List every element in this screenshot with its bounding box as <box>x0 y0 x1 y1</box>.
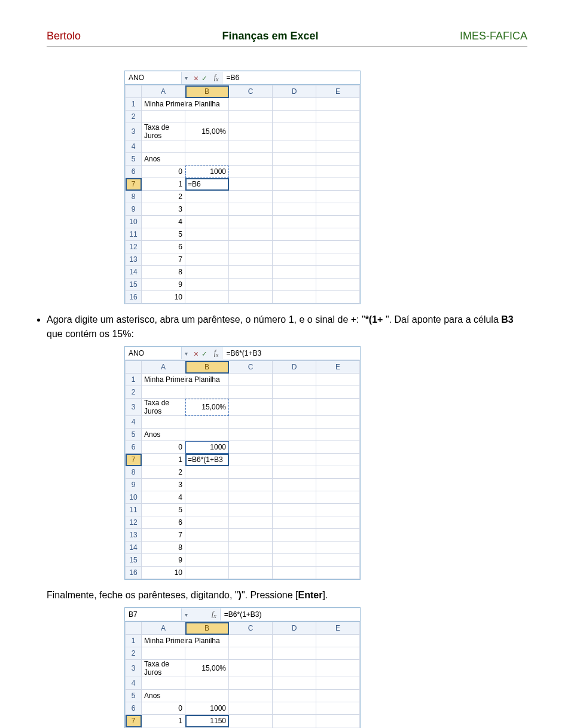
col-header-C[interactable]: C <box>229 85 273 98</box>
excel-screenshot-2: ANO ▾ ✕ ✓ fx =B6*(1+B3 ABCDE 1Minha Prim… <box>124 346 361 580</box>
row-header[interactable]: 15 <box>126 279 142 291</box>
cell[interactable]: 4 <box>142 216 185 228</box>
row-header[interactable]: 4 <box>126 140 142 153</box>
col-header-A[interactable]: A <box>142 85 185 98</box>
row-header[interactable]: 16 <box>126 291 142 304</box>
fx-icon[interactable]: fx <box>210 348 222 358</box>
excel-screenshot-1: ANO ▾ ✕ ✓ fx =B6 ABCDE 1Minha Primeira P… <box>124 71 361 304</box>
fx-icon[interactable]: fx <box>208 610 220 619</box>
row-header[interactable]: 8 <box>126 191 142 203</box>
cell[interactable]: 3 <box>142 203 185 216</box>
chevron-down-icon[interactable]: ▾ <box>182 75 190 81</box>
col-header-E[interactable]: E <box>316 85 360 98</box>
name-box[interactable]: B7 <box>125 608 182 620</box>
header-left: Bertolo <box>47 30 81 42</box>
cell-active[interactable]: =B6 <box>185 178 229 191</box>
enter-icon[interactable]: ✓ <box>202 349 207 358</box>
cell[interactable]: 1 <box>142 178 185 191</box>
row-header[interactable]: 9 <box>126 203 142 216</box>
cell[interactable]: 8 <box>142 266 185 279</box>
row-header[interactable]: 14 <box>126 266 142 279</box>
row-header[interactable]: 5 <box>126 153 142 166</box>
name-box[interactable]: ANO <box>125 347 182 359</box>
cancel-icon[interactable]: ✕ <box>194 349 199 358</box>
row-header[interactable]: 7 <box>126 178 142 191</box>
chevron-down-icon[interactable]: ▾ <box>182 350 190 357</box>
chevron-down-icon[interactable]: ▾ <box>182 611 190 618</box>
row-header[interactable]: 13 <box>126 253 142 266</box>
name-box[interactable]: ANO <box>125 72 182 84</box>
formula-bar-input[interactable]: =B6 <box>222 72 360 84</box>
cell[interactable]: 9 <box>142 279 185 291</box>
fx-icon[interactable]: fx <box>210 73 222 82</box>
header-center: Finanças em Excel <box>81 30 460 42</box>
cell[interactable]: Anos <box>142 153 185 166</box>
row-header[interactable]: 1 <box>126 98 142 111</box>
header-right: IMES-FAFICA <box>460 30 527 42</box>
cell-active[interactable]: =B6*(1+B3 <box>185 454 229 466</box>
cancel-icon[interactable]: ✕ <box>194 74 199 82</box>
enter-icon[interactable]: ✓ <box>202 74 207 82</box>
cell[interactable]: Taxa de Juros <box>142 123 185 140</box>
bullet-step: Agora digite um asterisco, abra um parên… <box>47 313 527 341</box>
cell[interactable]: 5 <box>142 228 185 241</box>
cell[interactable]: 10 <box>142 291 185 304</box>
cell[interactable]: Minha Primeira Planilha <box>142 98 229 111</box>
cell[interactable]: 0 <box>142 166 185 178</box>
paragraph: Finalmente, feche os parênteses, digitan… <box>47 588 527 602</box>
formula-bar-input[interactable]: =B6*(1+B3) <box>220 608 360 620</box>
cell[interactable]: 1000 <box>185 166 229 178</box>
row-header[interactable]: 10 <box>126 216 142 228</box>
col-header-D[interactable]: D <box>273 85 316 98</box>
excel-screenshot-3: B7 ▾ fx =B6*(1+B3) ABCDE 1Minha Primeira… <box>124 607 361 728</box>
header-separator <box>47 46 527 47</box>
row-header[interactable]: 12 <box>126 241 142 253</box>
cell[interactable]: 2 <box>142 191 185 203</box>
cell[interactable]: 15,00% <box>185 123 229 140</box>
row-header[interactable]: 6 <box>126 166 142 178</box>
col-header-B[interactable]: B <box>185 85 229 98</box>
row-header[interactable]: 2 <box>126 111 142 123</box>
cell[interactable]: 6 <box>142 241 185 253</box>
row-header[interactable]: 3 <box>126 123 142 140</box>
row-header[interactable]: 11 <box>126 228 142 241</box>
cell[interactable]: 7 <box>142 253 185 266</box>
cell-active[interactable]: 1150 <box>185 715 229 727</box>
formula-bar-input[interactable]: =B6*(1+B3 <box>222 347 360 359</box>
